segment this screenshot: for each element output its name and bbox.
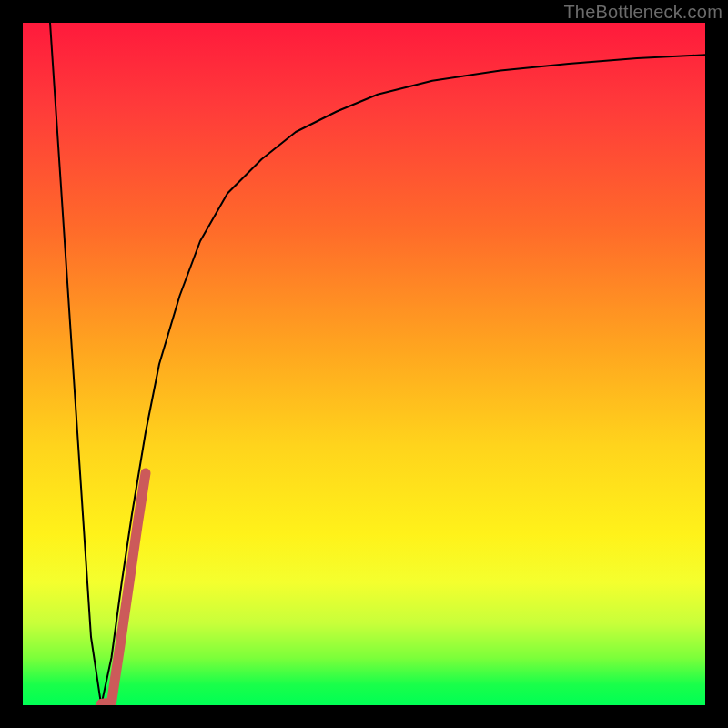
- watermark-text: TheBottleneck.com: [563, 2, 723, 23]
- plot-svg: [23, 23, 705, 705]
- highlight-segment: [101, 473, 146, 704]
- black-curve: [50, 23, 705, 705]
- plot-area: [23, 23, 705, 705]
- chart-frame: TheBottleneck.com: [0, 0, 728, 728]
